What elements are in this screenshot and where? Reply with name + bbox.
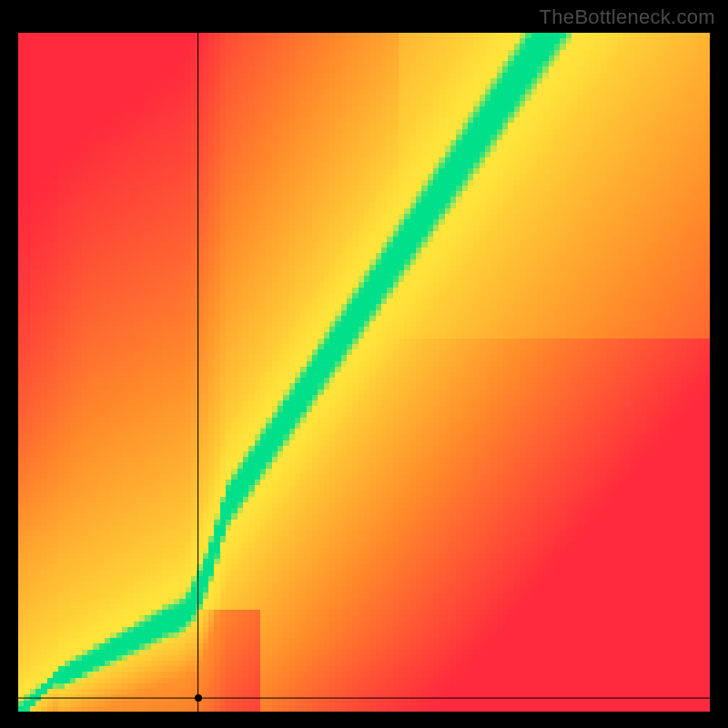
watermark-text: TheBottleneck.com — [540, 5, 715, 29]
chart-frame: TheBottleneck.com — [0, 0, 728, 728]
heatmap-plot — [18, 33, 710, 712]
reference-marker — [195, 694, 202, 702]
heatmap-canvas — [18, 33, 710, 712]
